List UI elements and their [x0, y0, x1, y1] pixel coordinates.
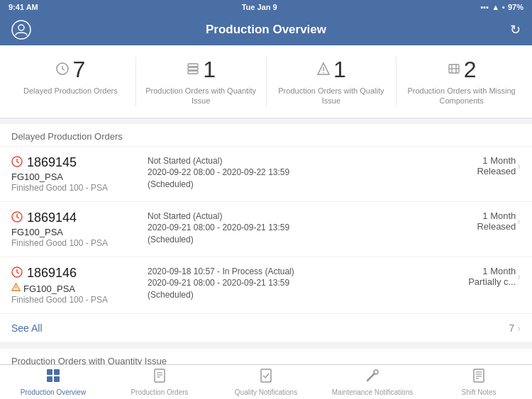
summary-card-missing[interactable]: 2 Production Orders with Missing Compone…	[396, 57, 526, 106]
quantity-section-header: Production Orders with Quantity Issue	[0, 349, 532, 364]
delayed-section: Delayed Production Orders 1869145 FG100_…	[0, 124, 532, 343]
order-id-1869144: 1869144	[11, 210, 139, 225]
status-right: ▪▪▪ ▲ ▪ 97%	[480, 3, 523, 11]
tab-quality[interactable]: Quality Notifications	[213, 365, 319, 399]
tab-icon-maintenance	[365, 368, 380, 387]
tab-bar: Production Overview Production Orders Qu…	[0, 364, 532, 399]
item-middle-1869146: 2020-09-18 10:57 - In Process (Actual) 2…	[139, 266, 464, 301]
table-row[interactable]: 1869144 FG100_PSA Finished Good 100 - PS…	[0, 202, 532, 257]
summary-card-quantity[interactable]: 1 Production Orders with Quantity Issue	[135, 57, 266, 106]
tab-icon-overview	[45, 368, 61, 387]
status-date: Tue Jan 9	[242, 3, 277, 11]
svg-rect-22	[54, 376, 60, 382]
see-all-row[interactable]: See All 7 ›	[0, 314, 532, 343]
signal-icon: ▪▪▪	[480, 3, 489, 11]
tab-label-shift-notes: Shift Notes	[462, 388, 497, 396]
warning-icon-3	[11, 283, 21, 293]
svg-rect-20	[54, 369, 60, 375]
tab-label-overview: Production Overview	[21, 388, 86, 396]
summary-card-quality[interactable]: 1 Production Orders with Quality Issue	[266, 57, 397, 106]
nav-right[interactable]: ↻	[510, 22, 521, 38]
svg-rect-21	[47, 376, 52, 382]
table-row[interactable]: 1869145 FG100_PSA Finished Good 100 - PS…	[0, 147, 532, 202]
status-bar: 9:41 AM Tue Jan 9 ▪▪▪ ▲ ▪ 97%	[0, 0, 532, 14]
item-right-1869146: 1 Month Partially c... ›	[464, 266, 521, 287]
item-left-1869145: 1869145 FG100_PSA Finished Good 100 - PS…	[11, 155, 139, 193]
svg-rect-19	[47, 369, 52, 375]
battery-icon: ▪	[502, 3, 505, 11]
item-left-1869146: 1869146 FG100_PSA Finished Good 100 - PS…	[11, 266, 139, 305]
tab-shift-notes[interactable]: Shift Notes	[426, 365, 532, 399]
refresh-icon[interactable]: ↻	[510, 23, 521, 37]
svg-rect-23	[155, 369, 165, 382]
top-nav: Production Overview ↻	[0, 14, 532, 45]
table-row[interactable]: 1869146 FG100_PSA Finished Good 100 - PS…	[0, 257, 532, 314]
chevron-right-icon-2: ›	[517, 215, 521, 227]
quantity-section: Production Orders with Quantity Issue	[0, 349, 532, 364]
page-title: Production Overview	[206, 23, 326, 37]
nav-left[interactable]	[11, 20, 31, 40]
wifi-icon: ▲	[492, 3, 499, 11]
summary-card-delayed[interactable]: 7 Delayed Production Orders	[6, 57, 135, 106]
quantity-icon	[186, 62, 200, 79]
see-all-count: 7	[509, 322, 515, 334]
tab-icon-orders	[152, 368, 167, 387]
user-avatar-icon[interactable]	[11, 20, 31, 40]
battery-percent: 97%	[508, 3, 523, 11]
chevron-right-icon-3: ›	[517, 271, 521, 282]
svg-point-0	[12, 21, 31, 39]
svg-rect-27	[261, 369, 271, 382]
svg-rect-5	[188, 71, 198, 74]
status-time: 9:41 AM	[9, 3, 38, 11]
item-left-1869144: 1869144 FG100_PSA Finished Good 100 - PS…	[11, 210, 139, 248]
quality-label: Production Orders with Quality Issue	[270, 86, 394, 106]
summary-section: 7 Delayed Production Orders 1 Production…	[0, 45, 532, 118]
svg-rect-3	[188, 64, 198, 67]
delayed-label: Delayed Production Orders	[23, 86, 118, 96]
delay-clock-icon-2	[11, 211, 23, 225]
tab-label-quality: Quality Notifications	[235, 388, 297, 396]
quality-icon	[316, 62, 331, 79]
order-id-1869146: 1869146	[11, 266, 139, 281]
svg-rect-4	[188, 67, 198, 70]
svg-point-18	[16, 289, 16, 290]
svg-rect-29	[474, 369, 484, 382]
tab-icon-shift-notes	[471, 368, 487, 387]
item-right-1869145: 1 Month Released ›	[464, 155, 521, 176]
tab-label-orders: Production Orders	[131, 388, 188, 396]
item-middle-1869144: Not Started (Actual) 2020-09-21 08:00 - …	[139, 210, 464, 246]
main-content: 7 Delayed Production Orders 1 Production…	[0, 45, 532, 364]
tab-icon-quality	[258, 368, 274, 387]
item-middle-1869145: Not Started (Actual) 2020-09-22 08:00 - …	[139, 155, 464, 191]
tab-maintenance[interactable]: Maintenance Notifications	[319, 365, 426, 399]
missing-label: Production Orders with Missing Component…	[399, 86, 523, 106]
delay-clock-icon-3	[11, 266, 23, 280]
missing-icon	[447, 62, 461, 79]
chevron-right-icon-1: ›	[517, 160, 521, 172]
svg-point-28	[374, 370, 378, 374]
missing-count: 2	[464, 57, 477, 83]
delayed-section-header: Delayed Production Orders	[0, 124, 532, 147]
tab-production-overview[interactable]: Production Overview	[0, 365, 106, 399]
tab-label-maintenance: Maintenance Notifications	[332, 388, 414, 396]
order-id-1869145: 1869145	[11, 155, 139, 170]
delayed-count: 7	[72, 57, 85, 83]
clock-icon	[55, 62, 70, 79]
quantity-count: 1	[203, 57, 216, 83]
quality-count: 1	[333, 57, 346, 83]
delay-clock-icon-1	[11, 156, 23, 169]
chevron-right-see-all: ›	[517, 322, 521, 334]
see-all-label[interactable]: See All	[11, 322, 43, 334]
quantity-label: Production Orders with Quantity Issue	[139, 86, 263, 106]
tab-production-orders[interactable]: Production Orders	[106, 365, 213, 399]
item-right-1869144: 1 Month Released ›	[464, 210, 521, 232]
svg-point-8	[323, 72, 324, 73]
svg-point-1	[18, 25, 24, 30]
